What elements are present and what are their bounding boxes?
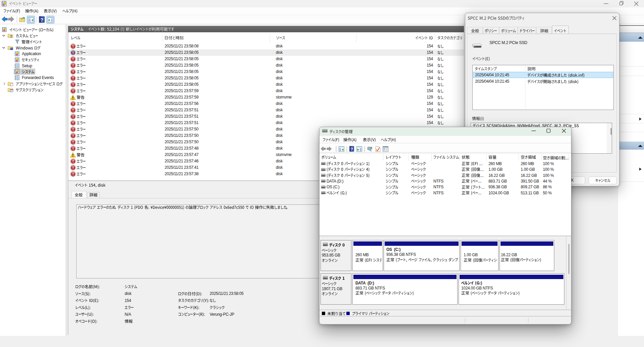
svg-text:?: ? (40, 17, 43, 23)
svg-text:?: ? (350, 147, 353, 152)
